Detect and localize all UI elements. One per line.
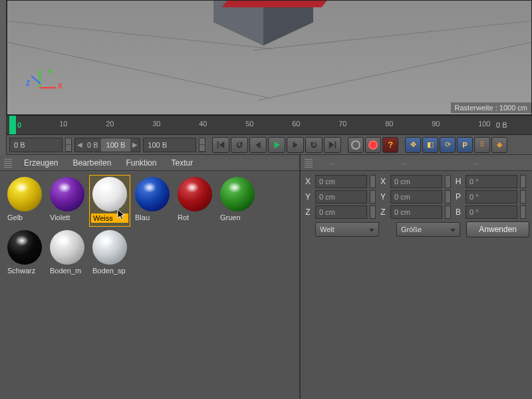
frame-field-1[interactable]: 0 B <box>9 138 63 152</box>
material-preview-sphere <box>178 177 212 211</box>
cube-icon: ◧ <box>427 140 434 149</box>
range-right-arrow-icon[interactable]: ▶ <box>130 141 140 148</box>
size-y-field[interactable]: 0 cm <box>390 190 442 203</box>
prev-frame-button[interactable] <box>249 137 267 153</box>
material-preview-sphere <box>50 177 84 211</box>
grid-info-label: Rasterweite : 1000 cm <box>451 102 531 113</box>
grid-icon: ⠿ <box>479 140 485 149</box>
loop-forward-button[interactable] <box>305 137 323 153</box>
material-preview-sphere <box>7 230 42 265</box>
menu-edit[interactable]: Bearbeiten <box>66 156 118 170</box>
range-left-arrow-icon[interactable]: ◀ <box>75 141 84 148</box>
axis-label-z: Z <box>26 80 30 87</box>
attribute-header: -- -- -- <box>301 155 532 171</box>
material-grid[interactable]: GelbViolettWeissBlauRotGruenSchwarzBoden… <box>0 171 299 284</box>
timeline-ticks[interactable]: 10 20 30 40 50 60 70 80 90 100 <box>21 116 492 134</box>
apply-button[interactable]: Anwenden <box>466 221 529 237</box>
square-icon: ◆ <box>497 140 502 149</box>
axis-gizmo[interactable]: Y X Z <box>26 70 59 104</box>
record-on-button[interactable] <box>365 137 381 153</box>
rotate-icon: ⟳ <box>445 140 451 149</box>
coord-system-dropdown[interactable]: Welt <box>315 222 379 237</box>
panel-grip-icon[interactable] <box>4 158 12 168</box>
menu-function[interactable]: Funktion <box>119 156 163 170</box>
material-preview-sphere <box>135 177 170 211</box>
material-label: Gruen <box>219 213 256 221</box>
pos-z-field[interactable]: 0 cm <box>315 205 367 219</box>
help-button[interactable]: ? <box>382 137 398 153</box>
size-mode-dropdown[interactable]: Größe <box>396 222 460 237</box>
goto-end-button[interactable] <box>324 137 341 153</box>
material-rot[interactable]: Rot <box>174 175 215 227</box>
spinner-1[interactable] <box>65 138 72 152</box>
material-preview-sphere <box>50 230 84 265</box>
rot-h-field[interactable]: 0 ° <box>466 175 517 188</box>
material-blau[interactable]: Blau <box>132 175 173 227</box>
material-label: Rot <box>176 213 213 221</box>
material-preview-sphere <box>92 230 127 265</box>
left-gutter <box>0 0 7 155</box>
material-label: Violett <box>49 213 86 221</box>
material-preview-sphere <box>7 177 42 211</box>
record-off-button[interactable] <box>348 137 364 153</box>
menu-texture[interactable]: Textur <box>164 156 200 170</box>
scale-tool-button[interactable]: ◧ <box>422 137 438 153</box>
material-label: Blau <box>134 213 171 221</box>
size-z-field[interactable]: 0 cm <box>390 205 442 219</box>
playhead-marker[interactable] <box>9 116 16 134</box>
move-icon: ✥ <box>410 140 416 149</box>
goto-start-button[interactable] <box>212 137 229 153</box>
param-tool-button[interactable]: P <box>457 137 473 153</box>
scene-cube <box>213 0 320 41</box>
coordinate-fields: X0 cm X0 cm H0 ° Y0 cm Y0 cm P0 ° Z0 cm … <box>301 171 532 243</box>
viewport-3d[interactable]: Y X Z Rasterweite : 1000 cm <box>7 0 532 115</box>
axis-label-y: Y <box>48 68 53 76</box>
material-label: Boden_m <box>49 267 86 275</box>
loop-button[interactable] <box>231 137 248 153</box>
material-label: Boden_sp <box>91 267 128 275</box>
extra-tool-button[interactable]: ◆ <box>491 137 507 153</box>
grid-tool-button[interactable]: ⠿ <box>474 137 490 153</box>
axis-label-x: X <box>58 82 63 90</box>
pos-y-field[interactable]: 0 cm <box>315 190 367 203</box>
material-gruen[interactable]: Gruen <box>217 175 258 227</box>
material-weiss[interactable]: Weiss <box>89 175 130 227</box>
material-preview-sphere <box>92 177 127 211</box>
material-gelb[interactable]: Gelb <box>4 175 45 227</box>
transport-row: 0 B ◀ 0 B 100 B ▶ 100 B ? ✥ ◧ ⟳ P ⠿ ◆ <box>7 135 532 155</box>
material-label: Gelb <box>6 213 43 221</box>
spinner-2[interactable] <box>199 138 205 152</box>
timeline[interactable]: 0 10 20 30 40 50 60 70 80 90 100 0 B <box>7 115 532 135</box>
material-label: Schwarz <box>6 267 43 275</box>
rot-p-field[interactable]: 0 ° <box>466 190 517 203</box>
material-violett[interactable]: Violett <box>47 175 88 227</box>
size-x-field[interactable]: 0 cm <box>390 175 442 188</box>
material-preview-sphere <box>220 177 255 211</box>
pos-x-field[interactable]: 0 cm <box>315 175 367 188</box>
material-schwarz[interactable]: Schwarz <box>4 228 45 280</box>
next-frame-button[interactable] <box>287 137 304 153</box>
panel-grip-icon[interactable] <box>305 158 313 168</box>
menu-create[interactable]: Erzeugen <box>17 156 65 170</box>
timeline-end-field[interactable]: 0 B <box>492 121 532 129</box>
play-button[interactable] <box>268 137 285 153</box>
rot-b-field[interactable]: 0 ° <box>466 205 517 219</box>
rotate-tool-button[interactable]: ⟳ <box>440 137 456 153</box>
attribute-panel: -- -- -- X0 cm X0 cm H0 ° Y0 cm Y0 cm P0… <box>301 155 532 399</box>
move-tool-button[interactable]: ✥ <box>405 137 421 153</box>
material-manager: Erzeugen Bearbeiten Funktion Textur Gelb… <box>0 155 301 399</box>
material-boden_m[interactable]: Boden_m <box>47 228 88 280</box>
p-icon: P <box>463 141 467 149</box>
range-slider[interactable]: ◀ 0 B 100 B ▶ <box>74 138 140 152</box>
frame-field-2[interactable]: 100 B <box>143 138 196 152</box>
material-menu-bar: Erzeugen Bearbeiten Funktion Textur <box>0 155 299 171</box>
material-boden_sp[interactable]: Boden_sp <box>89 228 130 280</box>
material-label: Weiss <box>91 213 128 223</box>
